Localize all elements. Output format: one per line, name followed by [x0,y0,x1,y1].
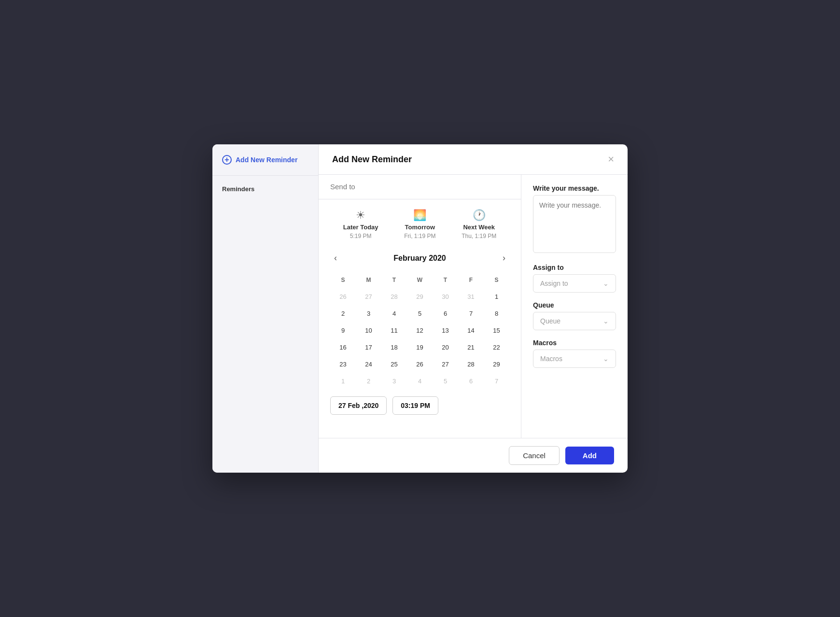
message-textarea[interactable] [533,195,616,253]
selected-time-box[interactable]: 03:19 PM [392,396,438,415]
cal-day-31-prev[interactable]: 31 [458,289,484,304]
cal-day-27-selected[interactable]: 27 [433,357,458,372]
cancel-button[interactable]: Cancel [509,446,560,465]
datetime-row: 27 Feb ,2020 03:19 PM [330,396,509,415]
cal-day-27-prev[interactable]: 27 [356,289,381,304]
cal-day-26[interactable]: 26 [407,357,433,372]
cal-day-11[interactable]: 11 [381,323,407,338]
close-button[interactable]: × [608,154,614,165]
cal-day-30-prev[interactable]: 30 [433,289,458,304]
cal-day-28-prev[interactable]: 28 [381,289,407,304]
modal-footer: Cancel Add [319,438,628,473]
macros-chevron-icon: ⌄ [603,355,609,363]
assign-to-dropdown[interactable]: Assign to ⌄ [533,274,616,293]
day-header-sun: S [330,273,356,287]
cal-day-19[interactable]: 19 [407,340,433,355]
calendar-week-1: 26 27 28 29 30 31 1 [330,289,509,304]
calendar-grid: S M T W T F S 26 27 28 [330,273,509,389]
left-panel: ☀ Later Today 5:19 PM 🌅 Tomorrow Fri, 1:… [319,175,521,438]
cal-day-3[interactable]: 3 [356,306,381,321]
calendar-week-2: 2 3 4 5 6 7 8 [330,306,509,321]
quick-times-row: ☀ Later Today 5:19 PM 🌅 Tomorrow Fri, 1:… [330,209,509,239]
assign-to-placeholder: Assign to [540,280,568,287]
calendar-month-title: February 2020 [393,254,446,263]
assign-chevron-icon: ⌄ [603,280,609,287]
cal-day-7[interactable]: 7 [458,306,484,321]
modal-body: ☀ Later Today 5:19 PM 🌅 Tomorrow Fri, 1:… [319,175,628,438]
cal-day-9[interactable]: 9 [330,323,356,338]
next-week-label: Next Week [463,224,495,231]
prev-month-button[interactable]: ‹ [330,251,341,265]
macros-dropdown[interactable]: Macros ⌄ [533,350,616,368]
sunrise-icon: 🌅 [413,209,426,222]
cal-day-15[interactable]: 15 [484,323,509,338]
cal-day-5-next[interactable]: 5 [433,374,458,389]
calendar-week-5: 23 24 25 26 27 28 29 [330,357,509,372]
cal-day-5[interactable]: 5 [407,306,433,321]
add-new-reminder-button[interactable]: + Add New Reminder [212,144,318,176]
day-header-thu: T [433,273,458,287]
cal-day-23[interactable]: 23 [330,357,356,372]
cal-day-21[interactable]: 21 [458,340,484,355]
tomorrow-label: Tomorrow [405,224,435,231]
sidebar: + Add New Reminder Reminders [212,144,319,473]
send-to-input[interactable] [330,182,509,191]
calendar-header-row: S M T W T F S [330,273,509,287]
cal-day-14[interactable]: 14 [458,323,484,338]
cal-day-7-next[interactable]: 7 [484,374,509,389]
cal-day-8[interactable]: 8 [484,306,509,321]
add-button[interactable]: Add [565,447,614,464]
cal-day-24[interactable]: 24 [356,357,381,372]
queue-placeholder: Queue [540,317,560,325]
cal-day-12[interactable]: 12 [407,323,433,338]
next-week-time: Thu, 1:19 PM [462,233,496,239]
assign-label: Assign to [533,264,616,271]
calendar-panel: ☀ Later Today 5:19 PM 🌅 Tomorrow Fri, 1:… [319,199,521,438]
assign-section: Assign to Assign to ⌄ [533,264,616,293]
cal-day-29[interactable]: 29 [484,357,509,372]
cal-day-1-next[interactable]: 1 [330,374,356,389]
cal-day-13[interactable]: 13 [433,323,458,338]
queue-label: Queue [533,301,616,309]
selected-date-box[interactable]: 27 Feb ,2020 [330,396,387,415]
quick-time-later-today[interactable]: ☀ Later Today 5:19 PM [343,209,378,239]
cal-day-18[interactable]: 18 [381,340,407,355]
cal-day-2-next[interactable]: 2 [356,374,381,389]
calendar-week-6: 1 2 3 4 5 6 7 [330,374,509,389]
main-content: Add New Reminder × ☀ Later Today 5:19 PM [319,144,628,473]
calendar-week-3: 9 10 11 12 13 14 15 [330,323,509,338]
send-to-area [319,175,521,199]
cal-day-4[interactable]: 4 [381,306,407,321]
calendar-week-4: 16 17 18 19 20 21 22 [330,340,509,355]
cal-day-10[interactable]: 10 [356,323,381,338]
cal-day-6[interactable]: 6 [433,306,458,321]
cal-day-29-prev[interactable]: 29 [407,289,433,304]
day-header-mon: M [356,273,381,287]
queue-section: Queue Queue ⌄ [533,301,616,330]
next-month-button[interactable]: › [499,251,509,265]
later-today-time: 5:19 PM [350,233,372,239]
cal-day-6-next[interactable]: 6 [458,374,484,389]
cal-day-20[interactable]: 20 [433,340,458,355]
cal-day-1[interactable]: 1 [484,289,509,304]
cal-day-2[interactable]: 2 [330,306,356,321]
modal-title: Add New Reminder [332,154,412,165]
plus-circle-icon: + [222,155,232,165]
sun-icon: ☀ [356,209,365,222]
cal-day-26-prev[interactable]: 26 [330,289,356,304]
quick-time-next-week[interactable]: 🕐 Next Week Thu, 1:19 PM [462,209,496,239]
cal-day-17[interactable]: 17 [356,340,381,355]
cal-day-22[interactable]: 22 [484,340,509,355]
macros-placeholder: Macros [540,355,562,363]
queue-dropdown[interactable]: Queue ⌄ [533,312,616,330]
quick-time-tomorrow[interactable]: 🌅 Tomorrow Fri, 1:19 PM [404,209,435,239]
later-today-label: Later Today [343,224,378,231]
cal-day-25[interactable]: 25 [381,357,407,372]
cal-day-3-next[interactable]: 3 [381,374,407,389]
cal-day-4-next[interactable]: 4 [407,374,433,389]
cal-day-28[interactable]: 28 [458,357,484,372]
tomorrow-time: Fri, 1:19 PM [404,233,435,239]
modal-header: Add New Reminder × [319,144,628,175]
macros-section: Macros Macros ⌄ [533,339,616,368]
cal-day-16[interactable]: 16 [330,340,356,355]
